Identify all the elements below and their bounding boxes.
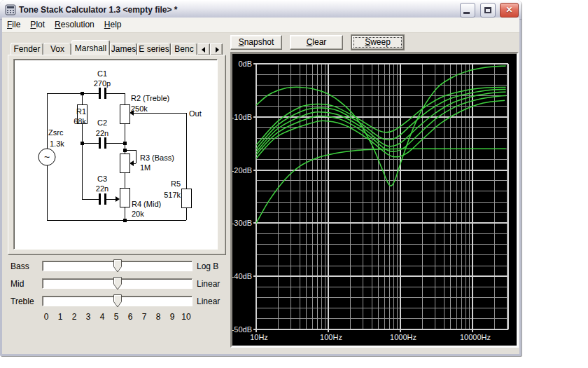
slider-label-bass: Bass xyxy=(10,261,29,271)
tab-james[interactable]: James xyxy=(110,43,137,55)
plot-panel: 0dB-10dB-20dB-30dB-40dB-50dB10Hz100Hz100… xyxy=(230,52,519,348)
x-tick-label: 1000Hz xyxy=(390,333,416,341)
window-title: Tone Stack Calculator 1.3 <empty file> * xyxy=(19,5,178,15)
scale-number: 7 xyxy=(137,312,151,322)
slider-thumb-mid[interactable] xyxy=(113,277,122,290)
svg-text:1M: 1M xyxy=(140,163,150,172)
arrow-right-icon xyxy=(216,47,219,53)
scale-number: 5 xyxy=(109,312,123,322)
svg-text:20k: 20k xyxy=(132,210,144,218)
clear-button[interactable]: Clear xyxy=(290,35,343,50)
schematic-panel: ~C1270pR168kR2 (Treble)250kC222nR3 (Bass… xyxy=(13,59,218,250)
slider-taper-treble: Linear xyxy=(197,297,220,306)
maximize-icon xyxy=(484,7,491,13)
menu-help[interactable]: Help xyxy=(99,18,127,32)
tab-benc[interactable]: Benc xyxy=(171,43,197,55)
scale-number: 8 xyxy=(151,312,165,322)
scale-number: 2 xyxy=(67,312,81,322)
svg-text:R1: R1 xyxy=(76,107,86,116)
svg-text:517k: 517k xyxy=(164,191,181,199)
svg-text:270p: 270p xyxy=(94,79,111,88)
circuit-schematic: ~C1270pR168kR2 (Treble)250kC222nR3 (Bass… xyxy=(14,60,217,249)
svg-text:Out: Out xyxy=(189,109,202,118)
sweep-button[interactable]: Sweep xyxy=(351,35,404,50)
svg-text:R5: R5 xyxy=(171,179,181,188)
y-tick-label: -10dB xyxy=(232,113,252,121)
tab-scroll-right-button[interactable] xyxy=(210,43,223,55)
svg-text:22n: 22n xyxy=(96,129,108,137)
svg-text:C2: C2 xyxy=(97,118,107,127)
app-icon xyxy=(5,4,16,15)
y-tick-label: -30dB xyxy=(232,219,252,227)
tab-scroll-left-button[interactable] xyxy=(197,43,210,55)
slider-label-mid: Mid xyxy=(10,279,24,289)
scale-number: 6 xyxy=(123,312,137,322)
scale-number: 9 xyxy=(165,312,179,322)
slider-thumb-treble[interactable] xyxy=(113,294,122,308)
slider-label-treble: Treble xyxy=(10,297,34,306)
maximize-button[interactable] xyxy=(480,3,496,18)
titlebar[interactable]: Tone Stack Calculator 1.3 <empty file> *… xyxy=(0,0,522,20)
scale-number: 0 xyxy=(39,312,53,322)
tab-marshall[interactable]: Marshall xyxy=(71,40,110,55)
y-tick-label: 0dB xyxy=(238,60,252,68)
svg-text:C1: C1 xyxy=(97,69,107,78)
y-tick-label: -40dB xyxy=(232,272,252,280)
menu-plot[interactable]: Plot xyxy=(25,18,50,32)
minimize-button[interactable] xyxy=(460,3,475,18)
slider-thumb-bass[interactable] xyxy=(113,259,122,273)
y-tick-label: -20dB xyxy=(232,166,252,175)
svg-text:R3 (Bass): R3 (Bass) xyxy=(140,154,174,162)
svg-text:22n: 22n xyxy=(96,184,108,193)
minimize-icon xyxy=(463,12,470,14)
frequency-response-plot: 0dB-10dB-20dB-30dB-40dB-50dB10Hz100Hz100… xyxy=(232,54,517,346)
menu-file[interactable]: File xyxy=(2,18,25,32)
x-tick-label: 100Hz xyxy=(320,333,342,341)
svg-text:Zsrc: Zsrc xyxy=(48,128,64,137)
x-tick-label: 10Hz xyxy=(250,333,268,341)
svg-text:68k: 68k xyxy=(74,117,86,125)
svg-text:~: ~ xyxy=(44,151,50,163)
scale-number: 10 xyxy=(179,312,193,322)
slider-taper-mid: Linear xyxy=(197,279,220,289)
tab-fender[interactable]: Fender xyxy=(10,43,43,55)
x-tick-label: 10000Hz xyxy=(460,333,491,341)
tab-e-series[interactable]: E series xyxy=(137,43,171,55)
y-tick-label: -50dB xyxy=(232,325,252,334)
scale-number: 1 xyxy=(53,312,67,322)
svg-text:R2 (Treble): R2 (Treble) xyxy=(131,94,169,102)
app-window: Tone Stack Calculator 1.3 <empty file> *… xyxy=(0,0,522,356)
menubar: FilePlotResolutionHelp xyxy=(2,18,519,33)
scale-number: 4 xyxy=(95,312,109,322)
close-button[interactable]: ✕ xyxy=(500,3,519,18)
menu-resolution[interactable]: Resolution xyxy=(50,18,99,32)
svg-text:1.3k: 1.3k xyxy=(50,139,64,148)
slider-taper-bass: Log B xyxy=(197,261,218,271)
arrow-left-icon xyxy=(202,47,205,53)
snapshot-button[interactable]: Snapshot xyxy=(230,35,282,50)
close-icon: ✕ xyxy=(500,5,518,15)
svg-text:250k: 250k xyxy=(131,104,148,113)
svg-text:R4 (Mid): R4 (Mid) xyxy=(132,200,161,208)
scale-number: 3 xyxy=(81,312,95,322)
svg-text:C3: C3 xyxy=(97,175,107,183)
tab-vox[interactable]: Vox xyxy=(43,43,71,55)
